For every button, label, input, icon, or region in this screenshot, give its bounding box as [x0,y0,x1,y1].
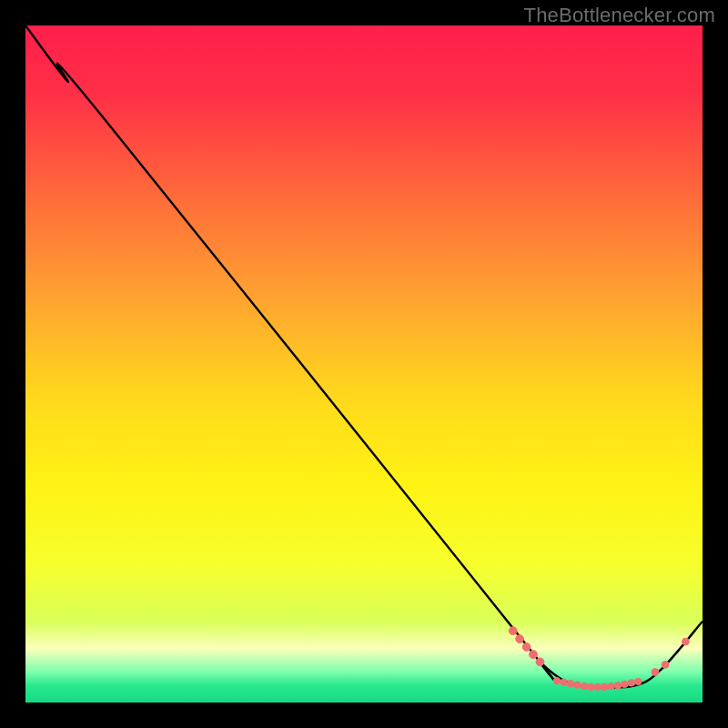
curve-marker [588,683,594,690]
curve-marker [608,682,614,689]
chart-frame: TheBottlenecker.com [0,0,728,728]
curve-marker [628,680,634,686]
watermark-label: TheBottlenecker.com [524,4,715,27]
curve-marker [652,669,659,676]
curve-marker [516,635,524,643]
chart-svg [25,25,703,703]
curve-marker [614,682,621,689]
curve-marker [567,680,573,686]
curve-marker [581,682,587,689]
curve-marker [530,651,538,659]
curve-marker [509,627,517,635]
curve-marker [682,638,690,645]
curve-marker [561,679,567,685]
chart-plot [25,25,703,703]
curve-marker [622,681,628,687]
curve-marker [574,682,581,688]
curve-marker [594,683,601,690]
curve-marker [662,661,669,668]
curve-marker [536,658,544,666]
curve-marker [635,678,642,684]
gradient-background [25,25,703,703]
curve-marker [522,643,531,652]
curve-marker [601,683,607,690]
curve-marker [553,677,560,683]
